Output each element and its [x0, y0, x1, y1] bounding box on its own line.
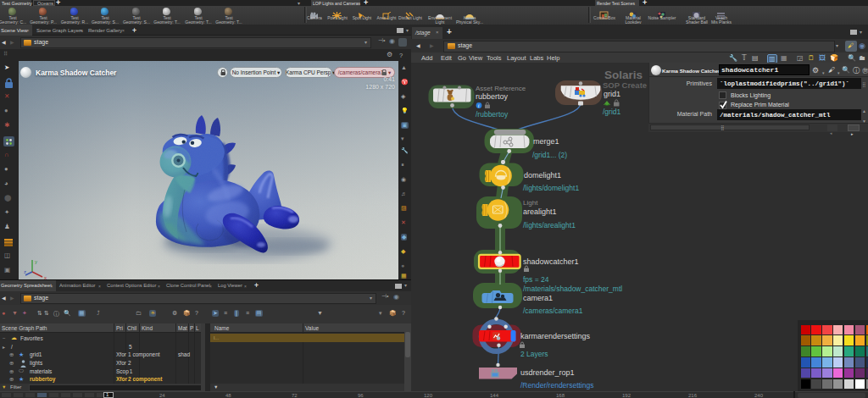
svg-text:z: z	[24, 269, 26, 274]
svg-text:y: y	[35, 259, 37, 264]
